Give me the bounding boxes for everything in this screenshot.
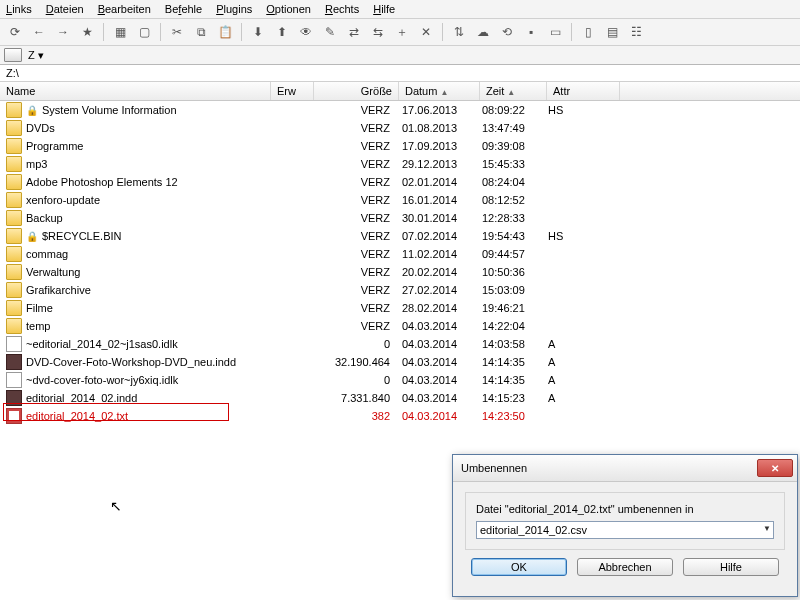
file-icon (6, 390, 22, 406)
folder-icon (6, 282, 22, 298)
menu-rechts[interactable]: Rechts (325, 3, 359, 15)
file-date: 11.02.2014 (396, 248, 476, 260)
unpack-icon[interactable]: ⬆ (271, 21, 293, 43)
header-date[interactable]: Datum▲ (399, 82, 480, 100)
file-attr: A (542, 374, 614, 386)
file-name: xenforo-update (26, 194, 100, 206)
menu-plugins[interactable]: Plugins (216, 3, 252, 15)
paste-icon[interactable]: 📋 (214, 21, 236, 43)
folder-icon (6, 120, 22, 136)
file-size: VERZ (312, 104, 396, 116)
table-row[interactable]: 🔒$RECYCLE.BINVERZ07.02.201419:54:43HS (0, 227, 800, 245)
table-row[interactable]: ~editorial_2014_02~j1sas0.idlk004.03.201… (0, 335, 800, 353)
ftp-icon[interactable]: ⇅ (448, 21, 470, 43)
file-size: VERZ (312, 158, 396, 170)
table-row[interactable]: DVD-Cover-Foto-Workshop-DVD_neu.indd32.1… (0, 353, 800, 371)
file-date: 04.03.2014 (396, 410, 476, 422)
header-attr[interactable]: Attr (547, 82, 620, 100)
file-time: 09:39:08 (476, 140, 542, 152)
table-row[interactable]: GrafikarchiveVERZ27.02.201415:03:09 (0, 281, 800, 299)
dialog-titlebar[interactable]: Umbenennen ✕ (453, 455, 797, 482)
rename-input[interactable] (476, 521, 774, 539)
help-button[interactable]: Hilfe (683, 558, 779, 576)
table-row[interactable]: editorial_2014_02.indd7.331.84004.03.201… (0, 389, 800, 407)
table-row[interactable]: editorial_2014_02.txt38204.03.201414:23:… (0, 407, 800, 425)
rename-dialog: Umbenennen ✕ Datei "editorial_2014_02.tx… (452, 454, 798, 597)
drive-icon[interactable] (4, 48, 22, 62)
table-row[interactable]: ProgrammeVERZ17.09.201309:39:08 (0, 137, 800, 155)
folder-icon (6, 246, 22, 262)
copy-icon[interactable]: ⧉ (190, 21, 212, 43)
table-row[interactable]: ~dvd-cover-foto-wor~jy6xiq.idlk004.03.20… (0, 371, 800, 389)
menu-bearbeiten[interactable]: Bearbeiten (98, 3, 151, 15)
file-name: DVD-Cover-Foto-Workshop-DVD_neu.indd (26, 356, 236, 368)
sync-icon[interactable]: ⟲ (496, 21, 518, 43)
file-name: editorial_2014_02.txt (26, 410, 128, 422)
drive-bar: Z ▾ (0, 46, 800, 65)
full-icon[interactable]: ▤ (601, 21, 623, 43)
copy2-icon[interactable]: ⇄ (343, 21, 365, 43)
back-icon[interactable]: ← (28, 21, 50, 43)
table-row[interactable]: 🔒System Volume InformationVERZ17.06.2013… (0, 101, 800, 119)
newfolder-icon[interactable]: ＋ (391, 21, 413, 43)
file-size: VERZ (312, 230, 396, 242)
table-row[interactable]: tempVERZ04.03.201414:22:04 (0, 317, 800, 335)
menu-befehle[interactable]: Befehle (165, 3, 202, 15)
table-row[interactable]: mp3VERZ29.12.201315:45:33 (0, 155, 800, 173)
file-time: 08:12:52 (476, 194, 542, 206)
table-row[interactable]: Adobe Photoshop Elements 12VERZ02.01.201… (0, 173, 800, 191)
cut-icon[interactable]: ✂ (166, 21, 188, 43)
pack-icon[interactable]: ⬇ (247, 21, 269, 43)
header-ext[interactable]: Erw (271, 82, 314, 100)
forward-icon[interactable]: → (52, 21, 74, 43)
select-icon[interactable]: ▦ (109, 21, 131, 43)
folder-icon (6, 210, 22, 226)
net-icon[interactable]: ☁ (472, 21, 494, 43)
delete-icon[interactable]: ✕ (415, 21, 437, 43)
menu-dateien[interactable]: Dateien (46, 3, 84, 15)
file-date: 07.02.2014 (396, 230, 476, 242)
menu-links[interactable]: Links (6, 3, 32, 15)
folder-icon (6, 300, 22, 316)
refresh-icon[interactable]: ⟳ (4, 21, 26, 43)
file-name: Programme (26, 140, 83, 152)
favorite-icon[interactable]: ★ (76, 21, 98, 43)
ok-button[interactable]: OK (471, 558, 567, 576)
menu-hilfe[interactable]: Hilfe (373, 3, 395, 15)
path-bar[interactable]: Z:\ (0, 65, 800, 82)
file-size: VERZ (312, 320, 396, 332)
drive-letter[interactable]: Z ▾ (26, 49, 46, 62)
folder-icon (6, 192, 22, 208)
table-row[interactable]: BackupVERZ30.01.201412:28:33 (0, 209, 800, 227)
folder-icon (6, 174, 22, 190)
file-time: 19:46:21 (476, 302, 542, 314)
tree-icon[interactable]: ☷ (625, 21, 647, 43)
view-icon[interactable]: 👁 (295, 21, 317, 43)
file-date: 02.01.2014 (396, 176, 476, 188)
move-icon[interactable]: ⇆ (367, 21, 389, 43)
notepad-icon[interactable]: ▭ (544, 21, 566, 43)
folder-icon (6, 138, 22, 154)
header-time[interactable]: Zeit▲ (480, 82, 547, 100)
lock-icon: 🔒 (26, 105, 38, 116)
table-row[interactable]: xenforo-updateVERZ16.01.201408:12:52 (0, 191, 800, 209)
table-row[interactable]: commagVERZ11.02.201409:44:57 (0, 245, 800, 263)
file-attr: A (542, 356, 614, 368)
file-size: 382 (312, 410, 396, 422)
terminal-icon[interactable]: ▪ (520, 21, 542, 43)
edit-icon[interactable]: ✎ (319, 21, 341, 43)
table-row[interactable]: VerwaltungVERZ20.02.201410:50:36 (0, 263, 800, 281)
close-icon[interactable]: ✕ (757, 459, 793, 477)
menu-optionen[interactable]: Optionen (266, 3, 311, 15)
header-name[interactable]: Name (0, 82, 271, 100)
unselect-icon[interactable]: ▢ (133, 21, 155, 43)
table-row[interactable]: DVDsVERZ01.08.201313:47:49 (0, 119, 800, 137)
file-time: 19:54:43 (476, 230, 542, 242)
cancel-button[interactable]: Abbrechen (577, 558, 673, 576)
header-size[interactable]: Größe (314, 82, 399, 100)
brief-icon[interactable]: ▯ (577, 21, 599, 43)
file-name: ~editorial_2014_02~j1sas0.idlk (26, 338, 178, 350)
file-size: VERZ (312, 176, 396, 188)
table-row[interactable]: FilmeVERZ28.02.201419:46:21 (0, 299, 800, 317)
file-icon (6, 336, 22, 352)
